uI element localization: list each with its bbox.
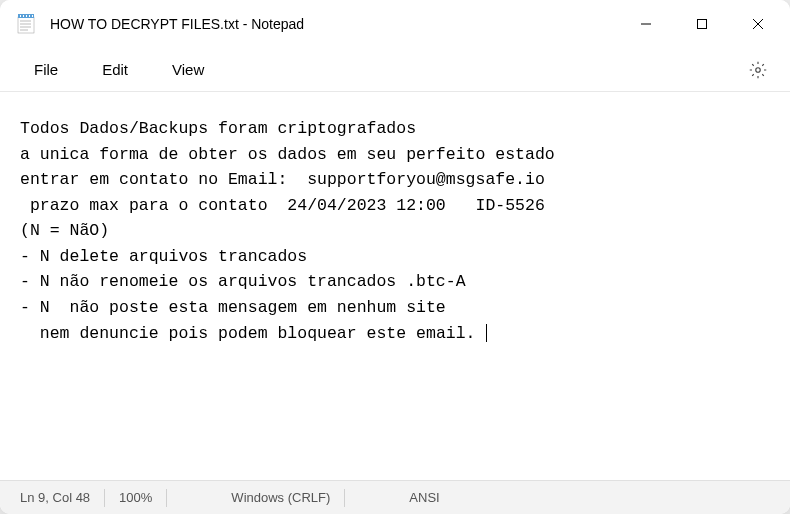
notepad-icon — [16, 14, 36, 34]
menu-file[interactable]: File — [12, 55, 80, 84]
status-lineending: Windows (CRLF) — [223, 481, 338, 514]
status-divider — [104, 489, 105, 507]
text-line: (N = NãO) — [20, 221, 109, 240]
status-zoom[interactable]: 100% — [111, 481, 160, 514]
minimize-button[interactable] — [618, 0, 674, 48]
status-encoding: ANSI — [401, 481, 447, 514]
text-line: a unica forma de obter os dados em seu p… — [20, 145, 565, 164]
maximize-icon — [696, 18, 708, 30]
menu-view[interactable]: View — [150, 55, 226, 84]
text-line: - N não renomeie os arquivos trancados .… — [20, 272, 466, 291]
window-controls — [618, 0, 786, 48]
text-line: Todos Dados/Backups foram criptografados — [20, 119, 416, 138]
text-line: nem denuncie pois podem bloquear este em… — [20, 324, 485, 343]
settings-button[interactable] — [738, 52, 778, 88]
svg-point-15 — [756, 67, 761, 72]
titlebar: HOW TO DECRYPT FILES.txt - Notepad — [0, 0, 790, 48]
close-icon — [752, 18, 764, 30]
svg-rect-6 — [32, 15, 33, 17]
menubar: File Edit View — [0, 48, 790, 92]
gear-icon — [749, 61, 767, 79]
svg-rect-4 — [26, 15, 27, 17]
menu-edit[interactable]: Edit — [80, 55, 150, 84]
maximize-button[interactable] — [674, 0, 730, 48]
minimize-icon — [640, 18, 652, 30]
svg-rect-12 — [698, 20, 707, 29]
text-editor[interactable]: Todos Dados/Backups foram criptografados… — [0, 92, 790, 480]
statusbar: Ln 9, Col 48 100% Windows (CRLF) ANSI — [0, 480, 790, 514]
close-button[interactable] — [730, 0, 786, 48]
text-line: - N não poste esta mensagem em nenhum si… — [20, 298, 446, 317]
status-position: Ln 9, Col 48 — [12, 481, 98, 514]
notepad-window: HOW TO DECRYPT FILES.txt - Notepad File — [0, 0, 790, 514]
svg-rect-0 — [18, 17, 34, 33]
text-line: entrar em contato no Email: supportforyo… — [20, 170, 545, 189]
status-divider — [166, 489, 167, 507]
text-line: prazo max para o contato 24/04/2023 12:0… — [20, 196, 545, 215]
text-cursor — [486, 324, 487, 342]
text-line: - N delete arquivos trancados — [20, 247, 307, 266]
status-divider — [344, 489, 345, 507]
svg-rect-5 — [29, 15, 30, 17]
window-title: HOW TO DECRYPT FILES.txt - Notepad — [50, 16, 618, 32]
svg-rect-2 — [20, 15, 21, 17]
svg-rect-3 — [23, 15, 24, 17]
